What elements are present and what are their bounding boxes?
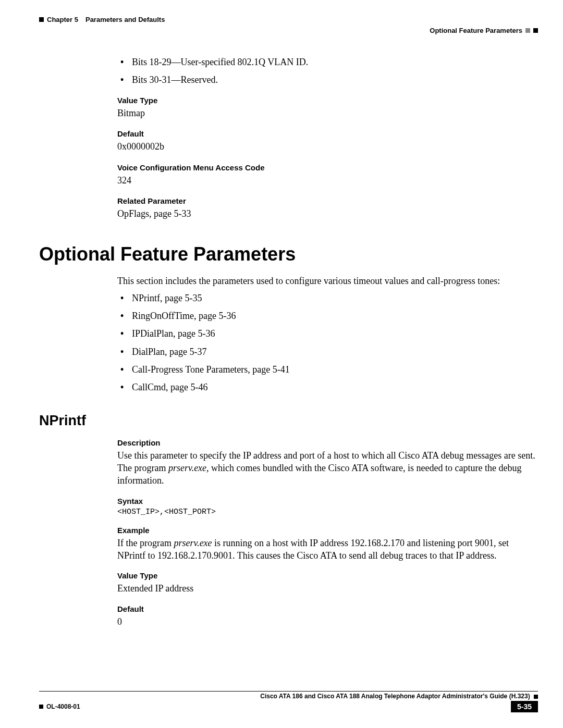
related-param-value: OpFlags, page 5-33 [117, 207, 538, 220]
page-number: 5-35 [511, 701, 538, 712]
header-square-icon [39, 17, 44, 22]
subsection-heading: NPrintf [39, 413, 538, 429]
description-italic: prserv.exe, [168, 463, 209, 473]
subheader-square-icon [533, 28, 538, 33]
chapter-label: Chapter 5 [47, 16, 78, 23]
list-item: NPrintf, page 5-35 [117, 291, 538, 305]
bits-list: Bits 18-29—User-specified 802.1Q VLAN ID… [117, 55, 538, 87]
page-subheader: Optional Feature Parameters [39, 27, 538, 34]
syntax-label: Syntax [117, 497, 538, 505]
chapter-title: Parameters and Defaults [85, 16, 165, 23]
description-text: Use this parameter to specify the IP add… [117, 449, 538, 487]
example-label: Example [117, 526, 538, 535]
value-type: Bitmap [117, 107, 538, 120]
value-type-label: Value Type [117, 571, 538, 580]
section-heading: Optional Feature Parameters [39, 243, 538, 265]
voice-config-label: Voice Configuration Menu Access Code [117, 163, 538, 172]
description-label: Description [117, 438, 538, 447]
guide-title: Cisco ATA 186 and Cisco ATA 188 Analog T… [260, 693, 530, 700]
value-type: Extended IP address [117, 582, 538, 595]
page-header: Chapter 5 Parameters and Defaults [39, 16, 538, 23]
related-param-label: Related Parameter [117, 196, 538, 205]
voice-config-value: 324 [117, 174, 538, 187]
list-item: Bits 18-29—User-specified 802.1Q VLAN ID… [117, 55, 538, 69]
footer-square-icon [39, 705, 43, 709]
doc-number: OL-4008-01 [39, 703, 80, 710]
list-item: RingOnOffTime, page 5-36 [117, 309, 538, 323]
footer-square-icon [534, 695, 538, 699]
list-item: Bits 30-31—Reserved. [117, 73, 538, 87]
example-italic: prserv.exe [174, 538, 212, 548]
list-item: Call-Progress Tone Parameters, page 5-41 [117, 363, 538, 376]
example-pre: If the program [117, 538, 174, 548]
default-value: 0 [117, 615, 538, 628]
list-item: IPDialPlan, page 5-36 [117, 327, 538, 340]
section-intro: This section includes the parameters use… [117, 275, 538, 287]
syntax-code: <HOST_IP>,<HOST_PORT> [117, 508, 538, 516]
doc-number-text: OL-4008-01 [46, 703, 80, 710]
default-value: 0x0000002b [117, 140, 538, 153]
section-list: NPrintf, page 5-35 RingOnOffTime, page 5… [117, 291, 538, 394]
example-text: If the program prserv.exe is running on … [117, 537, 538, 562]
value-type-label: Value Type [117, 96, 538, 105]
section-breadcrumb: Optional Feature Parameters [430, 27, 522, 34]
page-footer: Cisco ATA 186 and Cisco ATA 188 Analog T… [39, 691, 538, 712]
default-label: Default [117, 129, 538, 138]
list-item: CallCmd, page 5-46 [117, 380, 538, 394]
default-label: Default [117, 604, 538, 613]
list-item: DialPlan, page 5-37 [117, 345, 538, 359]
subheader-square-icon [525, 28, 530, 33]
